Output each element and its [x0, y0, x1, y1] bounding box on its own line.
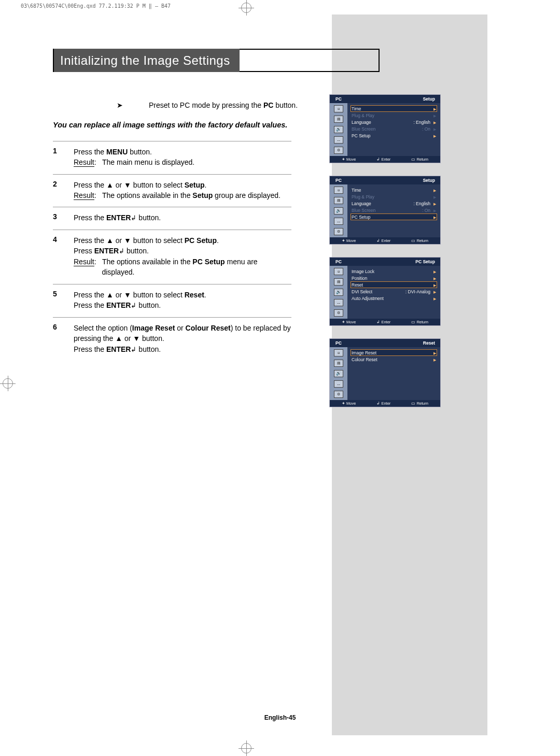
osd-menu-item[interactable]: PC Setup ▶ — [351, 132, 437, 139]
osd-menu-item[interactable]: Auto Adjustment ▶ — [351, 295, 437, 302]
tv-icon[interactable] — [334, 268, 343, 275]
osd-item-label: Reset — [352, 282, 363, 288]
step: 5 Press the ▲ or ▼ button to select Rese… — [53, 284, 291, 317]
osd-item-label: Position — [352, 276, 367, 281]
step-number: 3 — [53, 212, 74, 223]
osd-item-value: : On — [422, 126, 430, 132]
osd-return-hint: Return — [411, 238, 428, 243]
osd-menu-item[interactable]: Reset ▶ — [351, 281, 437, 288]
osd-title: Setup — [347, 176, 440, 184]
osd-menu-item[interactable]: Colour Reset ▶ — [351, 356, 437, 363]
chevron-right-icon: ▶ — [433, 209, 436, 212]
osd-menu-item[interactable]: Time ▶ — [351, 187, 437, 193]
picture-icon[interactable] — [334, 360, 343, 367]
step-body: Press the ENTER↲ button. — [74, 212, 161, 223]
osd-icon-column — [330, 103, 347, 156]
osd-item-label: Image Reset — [352, 350, 376, 355]
osd-menu-item[interactable]: Position ▶ — [351, 275, 437, 281]
osd-menu-item[interactable]: Time ▶ — [351, 105, 437, 112]
step: 3 Press the ENTER↲ button. — [53, 207, 291, 230]
page-title: Initializing the Image Settings — [54, 49, 240, 72]
osd-footer: Move Enter Return — [330, 237, 440, 244]
setup-icon[interactable] — [334, 391, 343, 398]
osd-mode-label: PC — [330, 176, 347, 184]
osd-move-hint: Move — [342, 238, 356, 243]
crop-circle-bottom — [241, 743, 251, 753]
osd-footer: Move Enter Return — [330, 156, 440, 163]
osd-item-value: : English — [413, 201, 430, 206]
title-bar: Initializing the Image Settings — [53, 49, 380, 72]
osd-screenshot-stack: PC Setup Time ▶ Plug & Play ▶ Language :… — [329, 94, 441, 420]
osd-menu-item[interactable]: Blue Screen : On▶ — [351, 207, 437, 213]
osd-menu-list: Image Reset ▶ Colour Reset ▶ — [347, 347, 440, 400]
osd-move-hint: Move — [342, 157, 356, 162]
osd-menu-item[interactable]: Image Lock ▶ — [351, 268, 437, 275]
tv-icon[interactable] — [334, 187, 343, 194]
pointer-icon: ➤ — [117, 101, 123, 109]
chevron-right-icon: ▶ — [433, 121, 436, 124]
tv-icon[interactable] — [334, 349, 343, 356]
osd-enter-hint: Enter — [376, 157, 390, 162]
setup-icon[interactable] — [334, 309, 343, 317]
osd-menu-list: Image Lock ▶ Position ▶ Reset ▶ DVI Sele… — [347, 266, 440, 319]
setup-icon[interactable] — [334, 228, 343, 235]
file-info: 03\6875\00574C\00Eng.qxd 77.2.119:32 P M… — [21, 3, 171, 9]
chevron-right-icon: ▶ — [433, 283, 436, 287]
step-body: Press the ▲ or ▼ button to select Setup.… — [74, 180, 281, 201]
osd-item-label: Plug & Play — [352, 194, 374, 199]
osd-mode-label: PC — [330, 258, 347, 266]
step-number: 6 — [53, 323, 74, 354]
function-icon[interactable] — [334, 299, 343, 306]
osd-icon-column — [330, 266, 347, 319]
osd-menu-item[interactable]: Plug & Play ▶ — [351, 112, 437, 119]
osd-icon-column — [330, 184, 347, 237]
sound-icon[interactable] — [334, 126, 343, 133]
osd-item-value: : On — [422, 208, 430, 213]
picture-icon[interactable] — [334, 197, 343, 204]
osd-title: Reset — [347, 339, 440, 347]
page-footer: English-45 — [260, 714, 300, 721]
chevron-right-icon: ▶ — [433, 216, 436, 219]
osd-enter-hint: Enter — [376, 320, 390, 324]
osd-menu-item[interactable]: Plug & Play ▶ — [351, 193, 437, 200]
osd-menu-item[interactable]: Language : English▶ — [351, 200, 437, 207]
chevron-right-icon: ▶ — [433, 277, 436, 280]
osd-item-label: Time — [352, 106, 361, 111]
preset-line: ➤ Preset to PC mode by pressing the PC b… — [60, 101, 298, 109]
osd-item-label: Colour Reset — [352, 357, 377, 362]
osd-menu-item[interactable]: PC Setup ▶ — [351, 213, 437, 220]
function-icon[interactable] — [334, 218, 343, 225]
osd-menu-item[interactable]: DVI Select : DVI-Analog▶ — [351, 288, 437, 295]
step-body: Press the MENU button.Result: The main m… — [74, 147, 194, 168]
preset-suffix: button. — [273, 101, 298, 109]
osd-mode-label: PC — [330, 339, 347, 347]
osd-item-label: Blue Screen — [352, 126, 375, 132]
osd-item-label: PC Setup — [352, 133, 370, 138]
osd-menu-item[interactable]: Blue Screen : On▶ — [351, 125, 437, 132]
picture-icon[interactable] — [334, 116, 343, 123]
osd-footer: Move Enter Return — [330, 400, 440, 407]
osd-item-label: Plug & Play — [352, 113, 374, 118]
osd-item-label: DVI Select — [352, 289, 372, 294]
tv-icon[interactable] — [334, 105, 343, 112]
chevron-right-icon: ▶ — [433, 270, 436, 274]
chevron-right-icon: ▶ — [433, 290, 436, 294]
step: 2 Press the ▲ or ▼ button to select Setu… — [53, 174, 291, 207]
osd-menu-item[interactable]: Image Reset ▶ — [351, 349, 437, 356]
osd-item-label: Image Lock — [352, 269, 374, 274]
crop-circle-top — [241, 3, 251, 13]
sound-icon[interactable] — [334, 289, 343, 296]
step: 6 Select the option (Image Reset or Colo… — [53, 317, 291, 361]
sound-icon[interactable] — [334, 207, 343, 215]
function-icon[interactable] — [334, 136, 343, 144]
picture-icon[interactable] — [334, 278, 343, 286]
setup-icon[interactable] — [334, 147, 343, 154]
sound-icon[interactable] — [334, 370, 343, 377]
function-icon[interactable] — [334, 380, 343, 388]
osd-item-label: Auto Adjustment — [352, 296, 384, 301]
osd-menu-item[interactable]: Language : English▶ — [351, 119, 437, 125]
step-number: 2 — [53, 180, 74, 201]
osd-screen: PC PC Setup Image Lock ▶ Position ▶ Rese… — [329, 257, 441, 326]
preset-button: PC — [263, 101, 273, 109]
osd-item-value: : DVI-Analog — [405, 289, 430, 294]
